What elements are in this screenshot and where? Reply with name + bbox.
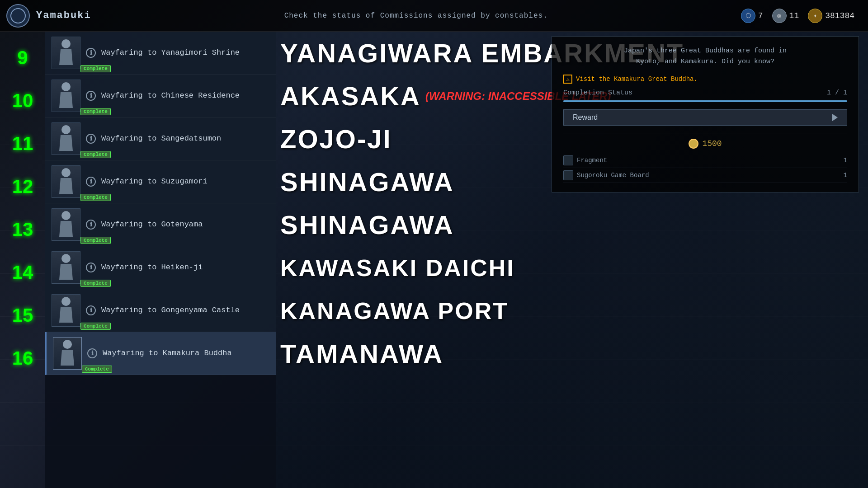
quest-status-9: Complete [80, 65, 111, 72]
info-icon-10: ℹ [86, 91, 96, 101]
quest-item-12[interactable]: ℹ Wayfaring to Suzugamori Complete [45, 160, 276, 203]
number-11: 11 [0, 122, 45, 165]
avatar-10 [52, 80, 80, 112]
item-left-sugoroku: Sugoroku Game Board [563, 170, 649, 180]
quest-label-12: Wayfaring to Suzugamori [101, 177, 269, 187]
avatar-13 [52, 208, 80, 241]
avatar-14 [52, 251, 80, 284]
location-name-12: SHINAGAWA [280, 167, 454, 197]
completion-label: Completion Status [563, 89, 632, 97]
reward-item-fragment: Fragment 1 [563, 153, 847, 168]
number-15: 15 [0, 294, 45, 337]
reward-button[interactable]: Reward [563, 109, 847, 126]
quest-label-15: Wayfaring to Gongenyama Castle [101, 305, 269, 315]
topbar-description: Check the status of Commissions assigned… [91, 12, 741, 20]
warning-label: Visit the Kamakura Great Buddha. [576, 75, 698, 83]
info-icon-9: ℹ [86, 48, 96, 58]
fragment-icon [563, 155, 573, 165]
avatar-16 [53, 337, 82, 370]
game-title: Yamabuki [36, 10, 91, 21]
item-left-fragment: Fragment [563, 155, 607, 165]
topbar: Yamabuki Check the status of Commissions… [0, 0, 868, 32]
quest-label-11: Wayfaring to Sangedatsumon [101, 134, 269, 144]
quest-item-11[interactable]: ℹ Wayfaring to Sangedatsumon Complete [45, 117, 276, 160]
quest-status-15: Complete [80, 323, 111, 330]
number-16: 16 [0, 337, 45, 380]
blue-value: 7 [758, 11, 763, 20]
quest-numbers: 9 10 11 12 13 14 15 16 [0, 32, 45, 488]
quest-item-16[interactable]: ℹ Wayfaring to Kamakura Buddha Complete [45, 332, 276, 375]
info-icon-11: ℹ [86, 134, 96, 144]
coin-value: 1500 [702, 139, 722, 148]
gold-coin-icon: ✦ [808, 9, 822, 23]
blue-orb-icon: ⬡ [741, 9, 755, 23]
hud-silver: ◎ 11 [772, 9, 799, 23]
location-name-10: AKASAKA [280, 81, 421, 111]
avatar-12 [52, 165, 80, 198]
quest-status-13: Complete [80, 237, 111, 244]
logo-area [0, 0, 36, 32]
number-12: 12 [0, 165, 45, 208]
quest-label-13: Wayfaring to Gotenyama [101, 220, 269, 230]
location-row-15: KANAGAWA PORT [276, 289, 868, 332]
avatar-11 [52, 122, 80, 155]
quest-label-14: Wayfaring to Heiken-ji [101, 263, 269, 272]
info-icon-13: ℹ [86, 220, 96, 230]
quest-label-10: Wayfaring to Chinese Residence [101, 91, 269, 101]
location-name-15: KANAGAWA PORT [280, 297, 509, 324]
quest-item-13[interactable]: ℹ Wayfaring to Gotenyama Complete [45, 203, 276, 246]
info-icon-12: ℹ [86, 177, 96, 187]
quest-item-14[interactable]: ℹ Wayfaring to Heiken-ji Complete [45, 246, 276, 289]
avatar-15 [52, 294, 80, 327]
quest-item-9[interactable]: ℹ Wayfaring to Yanagimori Shrine Complet… [45, 32, 276, 75]
gold-value: 381384 [825, 11, 854, 20]
quest-status-14: Complete [80, 280, 111, 287]
quest-list: ℹ Wayfaring to Yanagimori Shrine Complet… [45, 32, 276, 488]
location-name-16: TAMANAWA [280, 338, 443, 369]
location-row-13: SHINAGAWA [276, 203, 868, 246]
hud-blue: ⬡ 7 [741, 9, 763, 23]
quest-item-15[interactable]: ℹ Wayfaring to Gongenyama Castle Complet… [45, 289, 276, 332]
detail-warning-row: ⚠ Visit the Kamakura Great Buddha. [563, 75, 847, 84]
sugoroku-qty: 1 [844, 172, 847, 179]
coin-icon [689, 139, 698, 149]
quest-status-16: Complete [82, 366, 112, 373]
completion-value: 1 / 1 [827, 89, 847, 97]
quest-label-16: Wayfaring to Kamakura Buddha [103, 348, 269, 358]
info-icon-14: ℹ [86, 263, 96, 272]
number-14: 14 [0, 251, 45, 294]
silver-value: 11 [789, 11, 799, 20]
number-10: 10 [0, 79, 45, 122]
reward-arrow-icon [832, 114, 838, 121]
info-icon-15: ℹ [86, 305, 96, 315]
reward-label: Reward [573, 113, 598, 122]
location-row-14: KAWASAKI DAICHI [276, 246, 868, 289]
sugoroku-icon [563, 170, 573, 180]
completion-bar [563, 100, 847, 102]
quest-item-10[interactable]: ℹ Wayfaring to Chinese Residence Complet… [45, 75, 276, 117]
detail-description: Japan's three Great Buddhas are found in… [563, 46, 847, 67]
fragment-name: Fragment [577, 157, 607, 164]
location-name-11: ZOJO-JI [280, 124, 392, 154]
warning-triangle-icon: ⚠ [563, 75, 572, 84]
hud-gold: ✦ 381384 [808, 9, 854, 23]
quest-status-12: Complete [80, 194, 111, 201]
sugoroku-name: Sugoroku Game Board [577, 172, 649, 179]
number-9: 9 [0, 36, 45, 79]
location-name-13: SHINAGAWA [280, 210, 454, 240]
completion-row: Completion Status 1 / 1 [563, 89, 847, 97]
reward-items: 1500 Fragment 1 Sugoroku Game Board 1 [563, 133, 847, 183]
location-name-14: KAWASAKI DAICHI [280, 254, 515, 282]
number-13: 13 [0, 208, 45, 251]
hud-items: ⬡ 7 ◎ 11 ✦ 381384 [741, 9, 868, 23]
fragment-qty: 1 [844, 157, 847, 164]
completion-fill [563, 100, 847, 102]
quest-label-9: Wayfaring to Yanagimori Shrine [101, 48, 269, 58]
quest-status-11: Complete [80, 151, 111, 158]
logo-icon [6, 4, 30, 28]
info-icon-16: ℹ [87, 348, 97, 358]
coin-reward: 1500 [563, 139, 847, 149]
reward-item-sugoroku: Sugoroku Game Board 1 [563, 168, 847, 183]
quest-status-10: Complete [80, 108, 111, 115]
silver-orb-icon: ◎ [772, 9, 787, 23]
